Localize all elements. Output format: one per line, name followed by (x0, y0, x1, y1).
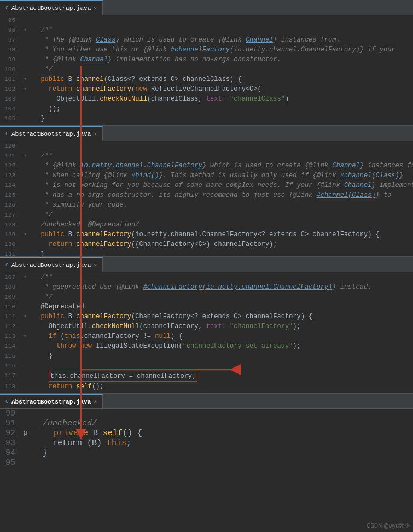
panel2: c AbstractBootstrap.java ✕ 120 121 ▾ /**… (0, 126, 413, 257)
java-icon: c (5, 399, 9, 405)
code-line: 93 return (B) this; (0, 439, 413, 448)
code-line: 107 ▾ /** (0, 272, 413, 282)
tab-3[interactable]: c AbstractBootstrap.java ✕ (0, 257, 103, 272)
java-icon: c (5, 131, 9, 137)
code-line: 131 } (0, 249, 413, 257)
code-line: 129 ▾ public B channelFactory(io.netty.c… (0, 230, 413, 239)
code-line: 127 */ (0, 210, 413, 220)
panel4: c AbstractBootstrap.java ✕ 90 91 /unchec… (0, 394, 413, 532)
code-line: 95 (0, 15, 413, 25)
code-line: 114 throw new IllegalStateException("cha… (0, 341, 413, 351)
panel1: c AbstractBootstrap.java ✕ 95 96 ▾ /** 9… (0, 0, 413, 126)
code-line: 111 ▾ public B channelFactory(ChannelFac… (0, 312, 413, 321)
tab-bar-2: c AbstractBootstrap.java ✕ (0, 126, 413, 141)
code-line: 109 */ (0, 292, 413, 302)
code-line: 124 * is not working for you because of … (0, 180, 413, 190)
panel3: c AbstractBootstrap.java ✕ 107 ▾ /** 108… (0, 257, 413, 394)
java-icon: c (5, 262, 9, 268)
code-line: 116 (0, 361, 413, 371)
code-line: 121 ▾ /** (0, 151, 413, 161)
code-line: 91 /unchecked/ (0, 419, 413, 429)
tab-close-1[interactable]: ✕ (94, 5, 97, 11)
code-line: 103 ObjectUtil.checkNotNull(channelClass… (0, 94, 413, 104)
code-line: 98 * You either use this or {@link #chan… (0, 45, 413, 55)
code-line: 100 */ (0, 65, 413, 74)
code-line: 120 (0, 141, 413, 151)
code-line: 112 ObjectUtil.checkNotNull(channelFacto… (0, 321, 413, 331)
code-line: 125 * has a no-args constructor, its hig… (0, 190, 413, 200)
tab-1[interactable]: c AbstractBootstrap.java ✕ (0, 0, 103, 15)
code-line: 99 * {@link Channel} implementation has … (0, 55, 413, 65)
code-line: 126 * simplify your code. (0, 200, 413, 210)
app-container: c AbstractBootstrap.java ✕ 95 96 ▾ /** 9… (0, 0, 413, 532)
code-area-2: 120 121 ▾ /** 122 * {@link io.netty.chan… (0, 141, 413, 257)
code-line: 90 (0, 409, 413, 419)
watermark: CSDN @wyu数少 (367, 522, 410, 530)
tab-bar-3: c AbstractBootstrap.java ✕ (0, 257, 413, 272)
code-line: 128 /unchecked, @Deprecation/ (0, 220, 413, 230)
tab-4[interactable]: c AbstractBootstrap.java ✕ (0, 394, 103, 408)
tab-label-1: AbstractBootstrap.java (11, 5, 91, 11)
tab-2[interactable]: c AbstractBootstrap.java ✕ (0, 126, 103, 141)
code-line: 96 ▾ /** (0, 25, 413, 35)
code-line: 108 * @deprecated Use {@link #channelFac… (0, 282, 413, 292)
code-line: 118 return self(); (0, 382, 413, 391)
code-line: 92 @ private B self() { (0, 429, 413, 439)
code-line: 95 (0, 458, 413, 468)
code-line: 122 * {@link io.netty.channel.ChannelFac… (0, 161, 413, 171)
tab-label-2: AbstractBootstrap.java (11, 131, 91, 137)
tab-close-3[interactable]: ✕ (94, 262, 97, 268)
tab-bar-1: c AbstractBootstrap.java ✕ (0, 0, 413, 15)
tab-label-3: AbstractBootstrap.java (11, 262, 91, 268)
code-area-4: 90 91 /unchecked/ 92 @ private B self() … (0, 409, 413, 468)
code-area-3: 107 ▾ /** 108 * @deprecated Use {@link #… (0, 272, 413, 394)
code-line: 97 * The {@link Class} which is used to … (0, 35, 413, 45)
code-line: 101 ▾ public B channel(Class<? extends C… (0, 74, 413, 84)
code-line: 123 * when calling {@link #bind()}. This… (0, 171, 413, 180)
tab-bar-4: c AbstractBootstrap.java ✕ (0, 394, 413, 409)
code-area-1: 95 96 ▾ /** 97 * The {@link Class} which… (0, 15, 413, 126)
code-line: 115 } (0, 351, 413, 361)
java-icon: c (5, 5, 9, 11)
tab-close-4[interactable]: ✕ (94, 399, 97, 405)
code-line: 130 return channelFactory((ChannelFactor… (0, 239, 413, 249)
code-line: 105 } (0, 114, 413, 124)
code-line: 110 @Deprecated (0, 302, 413, 312)
code-line: 102 ▾ return channelFactory(new Reflecti… (0, 84, 413, 94)
code-line: 104 )); (0, 104, 413, 114)
code-line: 94 } (0, 448, 413, 458)
code-line: 113 ▾ if (this.channelFactory != null) { (0, 331, 413, 341)
tab-close-2[interactable]: ✕ (94, 131, 97, 137)
highlight-box: this.channelFactory = channelFactory; (49, 371, 197, 382)
code-line-boxed: 117 this.channelFactory = channelFactory… (0, 371, 413, 382)
tab-label-4: AbstractBootstrap.java (11, 399, 91, 405)
